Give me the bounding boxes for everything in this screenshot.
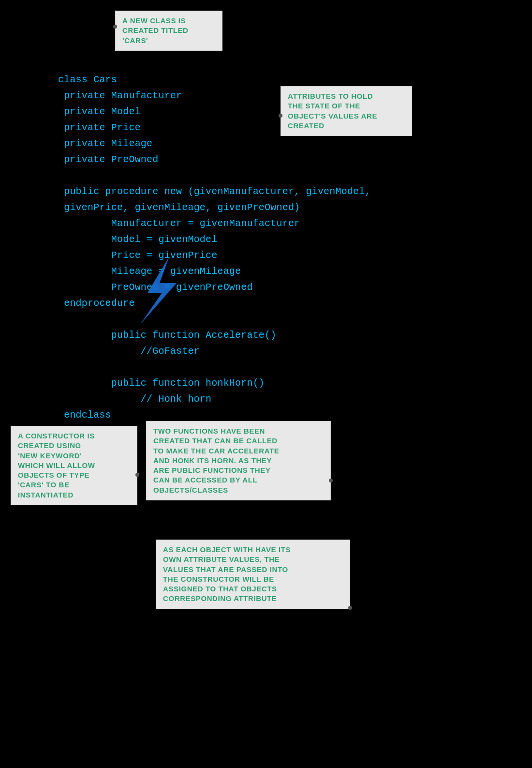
annotation-box-new-class: A NEW CLASS IS CREATED TITLED 'Cars': [115, 11, 222, 51]
code-line-17: public function honkHorn(): [58, 375, 371, 391]
annotation-box-two-functions: TWO FUNCTIONS HAVE BEEN CREATED THAT CAN…: [146, 421, 331, 500]
code-line-15: public function Accelerate(): [58, 327, 371, 343]
code-line-18: // Honk horn: [58, 391, 371, 407]
annotation-text-object-attributes: AS EACH OBJECT WITH HAVE ITS OWN ATTRIBU…: [163, 545, 343, 604]
svg-marker-0: [140, 256, 177, 324]
annotation-box-constructor: A CONSTRUCTOR IS CREATED USING 'NEW KEYW…: [11, 426, 137, 505]
annotation-text-new-class: A NEW CLASS IS CREATED TITLED 'Cars': [122, 16, 215, 45]
code-line-14: endprocedure: [58, 295, 371, 311]
code-line-blank3: [58, 359, 371, 375]
code-line-11: Price = givenPrice: [58, 247, 371, 263]
code-line-blank2: [58, 311, 371, 327]
code-line-7: public procedure new (givenManufacturer,…: [58, 183, 371, 199]
code-line-5: private Mileage: [58, 136, 371, 151]
code-line-10: Model = givenModel: [58, 231, 371, 247]
code-line-6: private PreOwned: [58, 151, 371, 167]
code-line-1: class Cars: [58, 72, 371, 88]
blue-arrow: [131, 256, 179, 324]
code-line-blank1: [58, 167, 371, 183]
annotation-text-two-functions: TWO FUNCTIONS HAVE BEEN CREATED THAT CAN…: [153, 426, 324, 495]
code-line-13: PreOwned = givenPreOwned: [58, 279, 371, 295]
code-line-16: //GoFaster: [58, 343, 371, 359]
annotation-box-attributes: ATTRIBUTES TO HOLD THE STATE OF THE OBJE…: [281, 86, 412, 136]
annotation-text-constructor: A CONSTRUCTOR IS CREATED USING 'NEW KEYW…: [18, 431, 130, 500]
annotation-box-object-attributes: AS EACH OBJECT WITH HAVE ITS OWN ATTRIBU…: [156, 540, 350, 609]
code-line-12: Mileage = givenMileage: [58, 263, 371, 279]
code-line-9: Manufacturer = givenManufacturer: [58, 215, 371, 231]
annotation-text-attributes: ATTRIBUTES TO HOLD THE STATE OF THE OBJE…: [288, 91, 405, 131]
code-line-8: givenPrice, givenMileage, givenPreOwned): [58, 199, 371, 215]
